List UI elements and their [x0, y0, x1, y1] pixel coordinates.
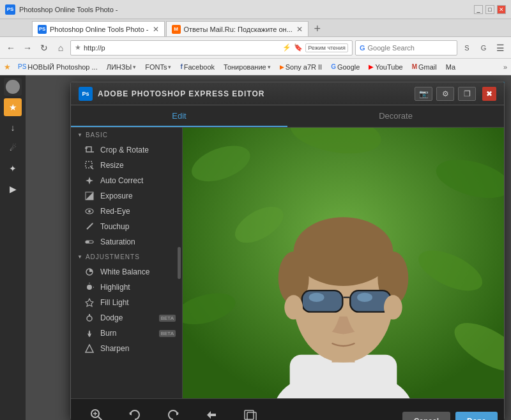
- crop-rotate-icon: [84, 146, 95, 154]
- extensions-btn[interactable]: S: [460, 41, 474, 55]
- bookmark-icon-gmail: M: [412, 63, 417, 70]
- section-basic-header[interactable]: ▼ BASIC: [71, 128, 182, 142]
- menu-auto-correct[interactable]: Auto Correct: [71, 173, 182, 188]
- new-tab-button[interactable]: +: [310, 21, 325, 36]
- dialog-logo-text: Ps: [82, 91, 89, 97]
- bookmark-google[interactable]: G Google: [328, 62, 363, 72]
- exposure-icon: [84, 191, 95, 200]
- menu-dodge[interactable]: Dodge BETA: [71, 310, 182, 326]
- bookmark-label-fb: Facebook: [184, 63, 215, 71]
- browser-window: PS Photoshop Online Tools Photo - _ □ ✕ …: [0, 0, 511, 420]
- tab-close-1[interactable]: ✕: [153, 25, 159, 34]
- svg-marker-51: [207, 411, 216, 419]
- menu-crop-rotate[interactable]: Crop & Rotate: [71, 142, 182, 158]
- menu-sharpen[interactable]: Sharpen: [71, 341, 182, 356]
- address-input[interactable]: [84, 44, 280, 52]
- menu-exposure[interactable]: Exposure: [71, 188, 182, 204]
- forward-button[interactable]: →: [20, 41, 34, 55]
- browser-favicon: PS: [5, 4, 15, 15]
- dialog-settings-btn[interactable]: ⚙: [436, 87, 454, 101]
- svg-line-9: [87, 224, 92, 229]
- browser-sidebar: ★ ↓ ☄ ✦ ▶: [0, 75, 26, 420]
- left-panel: ▼ BASIC Crop & Rotate: [71, 128, 183, 398]
- main-area: ★ ↓ ☄ ✦ ▶ TRY IT FREE lement Ps ADOBE PH…: [0, 75, 511, 420]
- menu-saturation[interactable]: Saturation: [71, 234, 182, 250]
- menu-dodge-label: Dodge: [100, 313, 123, 322]
- minimize-button[interactable]: _: [474, 5, 483, 14]
- sidebar-tools-icon[interactable]: ✦: [4, 160, 22, 177]
- tab-label-2: Ответы Mail.Ru: Подскажите он...: [184, 26, 293, 33]
- dialog-fullscreen-btn[interactable]: ❐: [458, 87, 476, 101]
- burn-icon: [84, 329, 95, 338]
- reading-mode-btn[interactable]: Режим чтения: [305, 43, 348, 52]
- svg-marker-20: [86, 345, 93, 352]
- dropdown-icon-linzy: ▾: [133, 64, 136, 70]
- undo-button[interactable]: Undo: [116, 402, 154, 421]
- section-adjustments-header[interactable]: ▼ ADJUSTMENTS: [71, 250, 182, 264]
- tab-mail[interactable]: M Ответы Mail.Ru: Подскажите он... ✕: [166, 21, 309, 36]
- zoom-button[interactable]: Zoom: [77, 402, 116, 421]
- bookmark-label-gmail: Gmail: [418, 63, 437, 71]
- menu-resize-label: Resize: [100, 161, 124, 170]
- view-original-icon: [243, 408, 257, 420]
- redo-button[interactable]: Redo: [154, 402, 192, 421]
- view-original-button[interactable]: View Original: [231, 402, 269, 421]
- menu-touchup[interactable]: Touchup: [71, 219, 182, 234]
- cancel-button[interactable]: Cancel: [402, 412, 450, 421]
- fill-light-icon: [84, 298, 95, 307]
- resize-icon: [84, 161, 95, 170]
- svg-point-41: [309, 293, 324, 302]
- bookmark-label-ma: Ma: [446, 63, 455, 71]
- refresh-button[interactable]: ↻: [37, 41, 51, 55]
- bookmarks-more[interactable]: »: [503, 63, 507, 71]
- tab-decorate[interactable]: Decorate: [287, 105, 504, 127]
- bookmark-label-google: Google: [337, 63, 360, 71]
- tools-btn[interactable]: ☰: [493, 41, 507, 55]
- dialog-camera-btn[interactable]: 📷: [415, 87, 432, 101]
- sidebar-games-icon[interactable]: ▶: [4, 180, 22, 198]
- bookmark-linzy[interactable]: ЛИНЗЫ ▾: [103, 62, 139, 72]
- dialog-close-btn[interactable]: ✖: [482, 87, 496, 101]
- sidebar-download-icon[interactable]: ↓: [4, 119, 22, 137]
- menu-fill-light[interactable]: Fill Light: [71, 295, 182, 310]
- tab-close-2[interactable]: ✕: [296, 25, 303, 34]
- menu-autocorrect-label: Auto Correct: [100, 176, 143, 185]
- chrome-icon[interactable]: G: [477, 41, 491, 55]
- bookmark-sony[interactable]: ▶ Sony a7R II: [277, 62, 325, 72]
- search-input[interactable]: [368, 44, 456, 52]
- bookmark-label-fonts: FONTs: [145, 63, 167, 71]
- svg-point-43: [284, 295, 303, 319]
- bookmark-gmail[interactable]: M Gmail: [409, 62, 440, 72]
- auto-correct-icon: [84, 176, 95, 185]
- adjustments-arrow-icon: ▼: [77, 254, 83, 260]
- home-button[interactable]: ⌂: [54, 41, 68, 55]
- tab-photoshop[interactable]: PS Photoshop Online Tools Photo - ✕: [32, 21, 165, 36]
- maximize-button[interactable]: □: [485, 5, 494, 14]
- tab-edit[interactable]: Edit: [71, 105, 287, 127]
- menu-white-balance[interactable]: White Balance: [71, 264, 182, 280]
- bookmark-fonts[interactable]: FONTs ▾: [142, 62, 174, 72]
- menu-highlight[interactable]: Highlight: [71, 280, 182, 295]
- sharpen-icon: [84, 344, 95, 353]
- bookmark-photoshop[interactable]: PS НОВЫЙ Photoshop ...: [15, 62, 101, 72]
- burn-beta-badge: BETA: [159, 330, 176, 337]
- sidebar-rss-icon[interactable]: ☄: [4, 139, 22, 157]
- bookmark-toning[interactable]: Тонирование ▾: [220, 62, 274, 72]
- bookmark-icon-sony: ▶: [280, 64, 284, 70]
- dialog-title: ADOBE PHOTOSHOP EXPRESS EDITOR: [98, 89, 415, 98]
- back-button[interactable]: ←: [4, 41, 18, 55]
- close-button[interactable]: ✕: [497, 5, 506, 14]
- bookmark-youtube[interactable]: ▶ YouTube: [365, 62, 406, 72]
- sidebar-favorites-icon[interactable]: ★: [4, 98, 22, 116]
- bookmark-label-toning: Тонирование: [224, 63, 266, 71]
- bookmark-label-ps: НОВЫЙ Photoshop ...: [27, 63, 97, 71]
- bookmark-facebook[interactable]: f Facebook: [177, 62, 218, 72]
- bookmark-ma[interactable]: Ma: [443, 62, 459, 72]
- reset-button[interactable]: Reset: [192, 402, 231, 421]
- menu-burn[interactable]: Burn BETA: [71, 326, 182, 341]
- menu-resize[interactable]: Resize: [71, 158, 182, 173]
- menu-burn-label: Burn: [100, 329, 116, 338]
- done-button[interactable]: Done: [455, 412, 498, 421]
- svg-marker-6: [86, 192, 93, 200]
- menu-red-eye[interactable]: Red-Eye: [71, 204, 182, 219]
